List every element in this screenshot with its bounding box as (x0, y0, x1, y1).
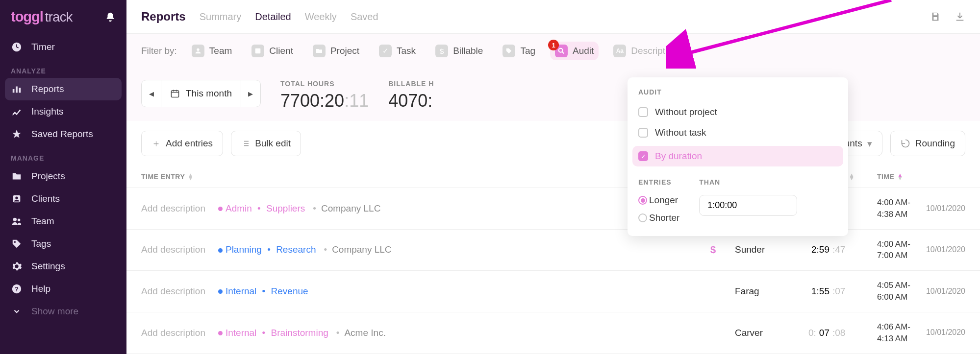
date-current[interactable]: This month (161, 88, 241, 99)
sidebar-item-projects[interactable]: Projects (0, 165, 126, 188)
th-entry[interactable]: TIME ENTRY ▲▼ (141, 173, 582, 181)
sidebar-item-tags[interactable]: Tags (0, 233, 126, 255)
radio-shorter[interactable]: Shorter (638, 212, 679, 223)
project-dot-icon (218, 289, 223, 294)
star-icon (11, 129, 23, 140)
checkbox-icon (638, 128, 648, 138)
filter-project[interactable]: Project (308, 42, 364, 60)
duration-value: 0:07:08 (808, 328, 877, 338)
sidebar-item-label: Settings (31, 261, 65, 272)
sidebar-item-label: Help (31, 283, 50, 294)
sidebar-item-label: Reports (31, 84, 64, 94)
sidebar-item-label: Show more (31, 306, 78, 317)
project-name[interactable]: Internal • Revenue (218, 286, 308, 297)
sidebar-item-insights[interactable]: Insights (0, 100, 126, 123)
date-picker: ◀ This month ▶ (141, 80, 261, 107)
sidebar-item-reports[interactable]: Reports (5, 78, 122, 100)
svg-rect-1 (13, 89, 15, 93)
save-icon[interactable] (930, 11, 941, 22)
table-head: TIME ENTRY ▲▼ USER ▲▼ DURATION ▲▼ TIME ▲… (126, 166, 980, 188)
bell-icon[interactable] (105, 11, 116, 23)
description-placeholder[interactable]: Add description (141, 328, 205, 338)
sidebar-item-clients[interactable]: Clients (0, 188, 126, 210)
bulk-edit-button[interactable]: Bulk edit (231, 131, 301, 156)
tab-detailed[interactable]: Detailed (255, 11, 291, 23)
team-icon (11, 216, 23, 227)
sidebar-item-help[interactable]: ? Help (0, 278, 126, 300)
company-name: Company LLC (308, 203, 380, 214)
tab-summary[interactable]: Summary (200, 11, 242, 23)
svg-rect-3 (19, 88, 21, 93)
sidebar-item-settings[interactable]: Settings (0, 255, 126, 278)
table-row[interactable]: Add descriptionInternal • RevenueFarag1:… (126, 271, 980, 312)
description-chip-icon: Aa (613, 45, 626, 57)
chart-icon (11, 84, 23, 94)
checkbox-checked-icon: ✓ (638, 151, 648, 161)
sidebar-item-saved-reports[interactable]: Saved Reports (0, 123, 126, 145)
logo[interactable]: toggl track (11, 9, 73, 25)
sort-icon: ▲▼ (897, 173, 903, 180)
project-dot-icon (218, 331, 223, 335)
rounding-button[interactable]: Rounding (890, 131, 965, 156)
description-placeholder[interactable]: Add description (141, 286, 205, 297)
filter-description[interactable]: Aa Description (608, 42, 682, 60)
table-row[interactable]: Add descriptionInternal • BrainstormingA… (126, 312, 980, 354)
project-name[interactable]: Internal • Brainstorming (218, 328, 328, 338)
sidebar-item-timer[interactable]: Timer (0, 36, 126, 58)
time-value: 4:00 AM-7:00 AM10/01/2020 (877, 238, 965, 262)
popover-title: AUDIT (628, 88, 848, 102)
sidebar-item-label: Timer (31, 42, 55, 52)
check-without-task[interactable]: Without task (628, 122, 848, 143)
download-icon[interactable] (955, 11, 965, 22)
radio-longer[interactable]: Longer (638, 195, 679, 206)
than-input[interactable] (699, 195, 797, 216)
stat-billable-label: BILLABLE H (388, 80, 434, 88)
time-value: 4:06 AM-4:13 AM10/01/2020 (877, 321, 965, 345)
gear-icon (11, 261, 23, 272)
stat-total-label: TOTAL HOURS (280, 80, 369, 88)
time-value: 4:00 AM-4:38 AM10/01/2020 (877, 197, 965, 220)
sidebar-item-showmore[interactable]: Show more (0, 300, 126, 323)
svg-rect-16 (172, 91, 179, 97)
svg-rect-2 (16, 87, 18, 93)
radio-checked-icon (638, 196, 647, 205)
description-placeholder[interactable]: Add description (141, 203, 205, 214)
filter-team[interactable]: Team (187, 42, 237, 60)
table-row[interactable]: Add descriptionAdmin • SuppliersCompany … (126, 188, 980, 230)
tab-weekly[interactable]: Weekly (305, 11, 337, 23)
date-prev[interactable]: ◀ (142, 80, 161, 107)
chevron-down-icon (11, 307, 23, 316)
description-placeholder[interactable]: Add description (141, 244, 205, 255)
tag-icon (11, 238, 23, 249)
filter-client[interactable]: Client (247, 42, 298, 60)
sidebar: toggl track Timer ANALYZE Reports Insigh… (0, 0, 126, 354)
than-label: THAN (699, 178, 797, 188)
user-name: Farag (735, 286, 808, 297)
filter-audit[interactable]: 1 Audit (550, 42, 599, 60)
billable-icon: $ (710, 244, 716, 255)
insights-icon (11, 106, 23, 117)
project-name[interactable]: Planning • Research (218, 244, 316, 255)
svg-point-13 (197, 48, 199, 51)
sidebar-item-label: Insights (31, 106, 63, 117)
check-by-duration[interactable]: ✓ By duration (632, 146, 843, 166)
duration-value: 1:55:07 (808, 286, 877, 297)
tab-saved[interactable]: Saved (351, 11, 378, 23)
project-name[interactable]: Admin • Suppliers (218, 203, 305, 214)
table-row[interactable]: Add descriptionPlanning • ResearchCompan… (126, 230, 980, 271)
sidebar-item-team[interactable]: Team (0, 210, 126, 233)
th-time[interactable]: TIME ▲▼ (877, 173, 965, 181)
svg-point-6 (13, 218, 17, 221)
tag-chip-icon (503, 45, 515, 57)
filter-billable[interactable]: $ Billable (430, 42, 488, 60)
svg-point-7 (18, 219, 21, 222)
date-next[interactable]: ▶ (241, 80, 260, 107)
svg-rect-14 (255, 48, 261, 54)
filter-task[interactable]: ✓ Task (374, 42, 421, 60)
company-name: Company LLC (319, 244, 391, 255)
check-without-project[interactable]: Without project (628, 102, 848, 122)
sidebar-item-label: Team (31, 216, 54, 227)
filter-tag[interactable]: Tag (498, 42, 540, 60)
add-entries-button[interactable]: ＋ Add entries (141, 131, 223, 156)
team-chip-icon (192, 45, 204, 57)
